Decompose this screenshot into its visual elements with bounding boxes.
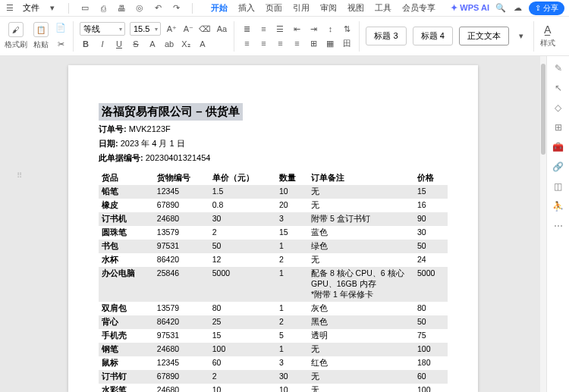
styles-expand-icon[interactable]: ▾ [515, 30, 527, 42]
table-cell: 水彩笔 [99, 384, 154, 392]
cloud-icon[interactable]: ☁ [512, 3, 523, 14]
tab-insert[interactable]: 插入 [238, 2, 255, 14]
redo-icon[interactable]: ↷ [171, 3, 181, 14]
table-row: 橡皮678900.820无16 [99, 199, 448, 212]
table-cell: 25 [209, 315, 276, 329]
align-justify-icon[interactable]: ≡ [291, 37, 303, 49]
cut-icon[interactable]: ✂ [55, 39, 67, 51]
change-case-icon[interactable]: Aa [215, 23, 228, 35]
tab-tools[interactable]: 工具 [375, 2, 391, 14]
style-heading3[interactable]: 标题 3 [366, 27, 406, 45]
format-painter-icon[interactable]: 🖌 [8, 22, 24, 37]
table-cell: 3 [276, 212, 308, 226]
doc-title[interactable]: 洛福贸易有限公司 – 供货单 [99, 103, 243, 121]
link-icon[interactable]: 🔗 [552, 161, 564, 173]
font-name-select[interactable]: 等线 [80, 22, 125, 36]
table-cell: 水杯 [99, 253, 154, 267]
scrollbar-thumb[interactable] [541, 64, 545, 155]
search-icon[interactable]: 🔍 [495, 3, 506, 14]
new-icon[interactable]: ▭ [80, 3, 90, 14]
font-group: 等线 15.5 A⁺ A⁻ ⌫ Aa B I U S A ab X₂ A [80, 22, 228, 50]
drag-handle-icon[interactable]: ⠿ [17, 171, 20, 180]
table-cell: 50 [414, 315, 448, 329]
caret-down-icon[interactable]: ▾ [47, 3, 58, 14]
increase-font-icon[interactable]: A⁺ [165, 23, 178, 35]
align-center-icon[interactable]: ≡ [257, 37, 269, 49]
shapes-icon[interactable]: ◇ [552, 102, 564, 114]
table-row: 钢笔246801001无100 [99, 343, 448, 356]
strike-icon[interactable]: S [130, 38, 142, 50]
format-painter-group: 🖌 格式刷 [5, 22, 27, 50]
wpsai-button[interactable]: ✦ WPS AI [451, 3, 489, 13]
underline-icon[interactable]: U [113, 38, 125, 50]
vertical-scrollbar[interactable] [540, 56, 546, 392]
table-row: 背心86420252黑色50 [99, 315, 448, 329]
tab-view[interactable]: 视图 [347, 2, 364, 14]
numbering-icon[interactable]: ≡ [257, 23, 269, 35]
save-icon[interactable]: ⎙ [98, 3, 108, 14]
table-cell: 90 [414, 212, 448, 226]
table-cell: 20 [276, 199, 308, 212]
decrease-font-icon[interactable]: A⁻ [182, 23, 194, 35]
borders-icon[interactable]: 田 [341, 37, 353, 49]
italic-icon[interactable]: I [96, 38, 108, 50]
multilevel-icon[interactable]: ☰ [274, 23, 286, 35]
component-icon[interactable]: ⊞ [552, 121, 564, 133]
highlight-icon[interactable]: ab [163, 38, 175, 50]
person-icon[interactable]: ⛹ [552, 200, 564, 212]
subscript-icon[interactable]: X₂ [180, 38, 192, 50]
style-body[interactable]: 正文文本 [459, 27, 509, 45]
tab-member[interactable]: 会员专享 [402, 2, 435, 14]
font-color-icon[interactable]: A [146, 38, 159, 50]
decrease-indent-icon[interactable]: ⇤ [291, 23, 303, 35]
font-more-icon[interactable]: A [196, 38, 209, 50]
clear-format-icon[interactable]: ⌫ [199, 23, 211, 35]
style-heading4[interactable]: 标题 4 [413, 27, 453, 45]
th-note: 订单备注 [308, 171, 414, 185]
table-cell: 5000 [414, 267, 448, 302]
more-icon[interactable]: ⋯ [552, 220, 564, 232]
align-left-icon[interactable]: ≡ [240, 37, 253, 49]
table-cell: 50 [414, 240, 448, 253]
table-cell: 86420 [154, 253, 209, 267]
object-icon[interactable]: ◫ [552, 180, 564, 193]
right-sidebar: ✎ ↖ ◇ ⊞ 🧰 🔗 ◫ ⛹ ⋯ [546, 56, 569, 392]
font-size-select[interactable]: 15.5 [130, 22, 161, 36]
shading-icon[interactable]: ▦ [324, 37, 336, 49]
table-cell: 60 [414, 370, 448, 384]
file-menu[interactable]: 文件 [23, 2, 39, 14]
table-cell: 80 [209, 302, 276, 315]
cursor-icon[interactable]: ↖ [552, 82, 564, 94]
paragraph-group: ≣ ≡ ☰ ⇤ ⇥ ↕ ⇅ ≡ ≡ ≡ ≡ ⊞ ▦ 田 [240, 23, 353, 49]
sort-icon[interactable]: ⇅ [341, 23, 353, 35]
table-cell: 25846 [154, 267, 209, 302]
increase-indent-icon[interactable]: ⇥ [307, 23, 319, 35]
table-cell: 12345 [154, 185, 209, 199]
pen-icon[interactable]: ✎ [552, 62, 564, 74]
tab-review[interactable]: 审阅 [320, 2, 337, 14]
bullets-icon[interactable]: ≣ [240, 23, 253, 35]
tab-references[interactable]: 引用 [293, 2, 310, 14]
print-icon[interactable]: 🖶 [116, 3, 127, 14]
share-button[interactable]: ⇪ 分享 [529, 2, 564, 15]
table-cell: 黑色 [308, 315, 414, 329]
line-spacing-icon[interactable]: ↕ [324, 23, 336, 35]
tab-page[interactable]: 页面 [266, 2, 282, 14]
paste-icon[interactable]: 📋 [33, 22, 49, 37]
menu-icon[interactable]: ☰ [5, 3, 15, 14]
distribute-icon[interactable]: ⊞ [307, 37, 319, 49]
style-pane-icon[interactable]: A̲ [542, 24, 554, 36]
table-cell: 13579 [154, 226, 209, 240]
undo-icon[interactable]: ↶ [152, 3, 163, 14]
table-cell: 0.8 [209, 199, 276, 212]
copy-icon[interactable]: 📄 [55, 22, 67, 34]
table-row: 铅笔123451.510无15 [99, 185, 448, 199]
toolbox-icon[interactable]: 🧰 [552, 141, 564, 153]
table-cell: 背心 [99, 315, 154, 329]
tab-home[interactable]: 开始 [211, 2, 228, 14]
bold-icon[interactable]: B [80, 38, 92, 50]
align-right-icon[interactable]: ≡ [274, 37, 286, 49]
table-cell: 圆珠笔 [99, 226, 154, 240]
preview-icon[interactable]: ◎ [134, 3, 145, 14]
table-cell: 12345 [154, 356, 209, 370]
